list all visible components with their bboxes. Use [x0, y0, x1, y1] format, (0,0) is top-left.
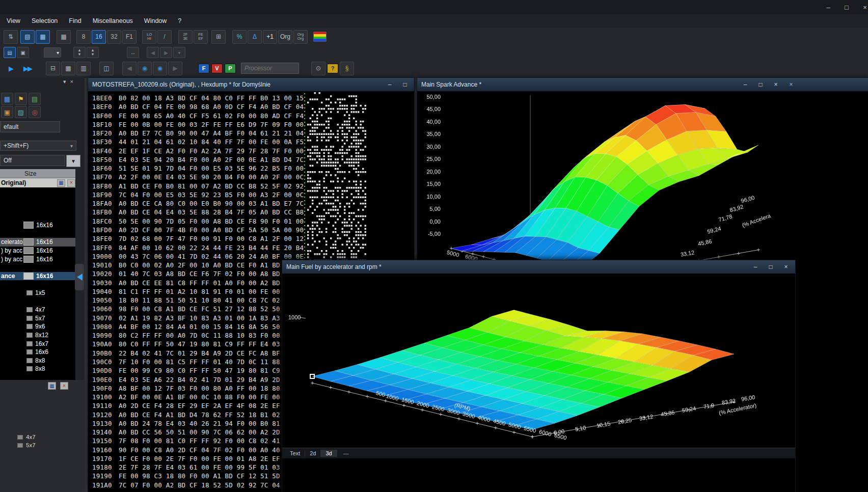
list-view-icon[interactable]: ▦: [57, 179, 65, 187]
map-item[interactable]: 5x7: [0, 314, 75, 323]
text-view-icon[interactable]: ▤: [20, 30, 35, 44]
folder-icon[interactable]: ▣: [1, 106, 13, 118]
hex-row[interactable]: 1907002 A1 19 82 A3 BF 10 83 A3 01 00 1A…: [88, 314, 304, 322]
lohi-button[interactable]: LO HI: [142, 30, 156, 44]
hex-row[interactable]: 18EF0A0 BD CF 04 FE 00 98 68 A0 0D CF F4…: [88, 102, 304, 111]
hex-row[interactable]: 19140A0 BD CC 56 50 51 00 90 7C 06 62 00…: [88, 428, 304, 436]
hex-row[interactable]: 1906098 F0 00 C8 A1 BD CE FC 51 27 12 88…: [88, 305, 304, 313]
hex-row[interactable]: 18FA0A0 BD CE CA 80 C0 00 E0 B0 90 00 03…: [88, 199, 304, 208]
close-button[interactable]: ×: [856, 0, 868, 14]
hex-row[interactable]: 18F80A1 BD CE F0 B0 81 00 07 A2 BD CC B8…: [88, 182, 304, 190]
map-item[interactable]: 16x7: [0, 339, 75, 348]
close-icon[interactable]: ×: [60, 382, 68, 390]
hex-row[interactable]: 190E0E4 03 5E A6 22 B4 02 41 7D 01 29 B4…: [88, 375, 304, 384]
maximize-button[interactable]: □: [764, 262, 778, 272]
tab-3d[interactable]: 3d: [321, 450, 337, 457]
hex-row[interactable]: 190B022 B4 02 41 7C 01 29 B4 A9 2D CE FC…: [88, 349, 304, 358]
map-item[interactable]: 1x5: [0, 289, 75, 297]
link-icon[interactable]: ▨: [15, 106, 27, 118]
hex-row[interactable]: 18EE0B0 82 00 18 A3 BD CF 04 80 C0 FF FF…: [88, 94, 304, 102]
flag-v-button[interactable]: V: [211, 64, 223, 73]
map-item[interactable]: 5x7: [17, 441, 36, 449]
map-item[interactable]: celerato16x16: [0, 238, 75, 247]
hex-row[interactable]: 19120A0 BD CE F4 A1 BD D4 78 62 FF 52 18…: [88, 411, 304, 419]
project-icon[interactable]: ▦: [1, 93, 13, 105]
new-window-button[interactable]: ◫: [99, 62, 114, 75]
key-icon[interactable]: §: [340, 62, 354, 75]
list-view-icon[interactable]: ▦: [48, 382, 56, 390]
menu-view[interactable]: View: [1, 14, 26, 28]
menu-miscellaneous[interactable]: Miscellaneous: [87, 14, 139, 28]
off-combo[interactable]: Off: [0, 155, 65, 166]
default-combo[interactable]: efault: [0, 121, 60, 132]
hex-row[interactable]: 18FC050 5E 00 90 7D 05 F0 00 A8 BD CE F8…: [88, 217, 304, 226]
map-item[interactable]: 16x6: [0, 348, 75, 357]
compare-a-button[interactable]: ◉: [138, 62, 152, 75]
plus-one-button[interactable]: +1: [263, 30, 277, 44]
view-b-icon[interactable]: ▣: [17, 47, 29, 58]
menu-find[interactable]: Find: [63, 14, 87, 28]
edge-close-icon[interactable]: ×: [784, 79, 798, 90]
hex-row[interactable]: 1905018 80 11 88 51 50 51 10 80 41 00 C8…: [88, 296, 304, 305]
hex-row[interactable]: 1902001 40 7C 03 A8 BD CE F6 7F 02 F0 00…: [88, 269, 304, 278]
nav-drop-icon[interactable]: ▾: [173, 47, 185, 58]
col-spinner[interactable]: ▲ ▼: [87, 47, 99, 58]
processor-input[interactable]: [241, 63, 299, 74]
search-icon[interactable]: ⊙: [311, 62, 326, 75]
org-feef-button[interactable]: FE EF: [194, 30, 208, 44]
map-item[interactable]: ) by acc16x16: [0, 255, 75, 263]
outline-button[interactable]: ⊟: [46, 62, 60, 75]
hex-row[interactable]: 191A07C 07 F0 00 A2 BD CF 18 52 5D 02 92…: [88, 481, 304, 489]
view-a-icon[interactable]: ▤: [4, 47, 16, 58]
hex-row[interactable]: 190A080 C0 FF FF 50 47 19 80 81 C9 FF FF…: [88, 340, 304, 348]
nav-right-icon[interactable]: ▶: [160, 47, 172, 58]
hex-row[interactable]: 18F20A0 BD E7 7C B0 90 00 47 A4 BF F0 04…: [88, 129, 304, 138]
run-button[interactable]: ▶: [4, 62, 18, 75]
tab-text[interactable]: Text: [285, 450, 305, 457]
hex-row[interactable]: 190C07F 10 F0 00 81 C5 FF FF 01 40 7D 0C…: [88, 358, 304, 366]
hex-row[interactable]: 18FB0A0 BD CE 04 E4 03 5E 88 28 B4 7F 05…: [88, 208, 304, 216]
version-row[interactable]: Original) ▦ ×: [0, 178, 75, 187]
table-edit-button[interactable]: ▥: [76, 62, 91, 75]
width-8-button[interactable]: 8: [76, 30, 91, 44]
hex-row[interactable]: 18FD0A0 2D CF 00 7F 4B F0 00 A0 BD CF 5A…: [88, 226, 304, 234]
layers-icon[interactable]: ▤: [29, 93, 41, 105]
close-panel-icon[interactable]: ×: [70, 78, 73, 85]
slash-button[interactable]: /: [157, 30, 172, 44]
hex-row[interactable]: 19030A0 BD CE EE 81 C8 FF FF 01 A0 F0 00…: [88, 279, 304, 287]
menu-window[interactable]: Window: [139, 14, 172, 28]
h-resize-icon[interactable]: ↔: [127, 47, 139, 58]
map-item[interactable]: 9x6: [0, 322, 75, 331]
hex-row[interactable]: 1904081 C1 FF FF 01 A2 10 81 91 F0 01 00…: [88, 287, 304, 296]
fuel-titlebar[interactable]: Main Fuel by accelerator and rpm * – □ ×: [282, 260, 795, 274]
hex-row[interactable]: 18F402E EF 1F CE A2 F0 F0 A2 2A 7F 29 7F…: [88, 147, 304, 155]
hex-row[interactable]: 18FF084 AF 00 10 62 00 22 24 44 FE 23 B4…: [88, 243, 304, 252]
hex-row[interactable]: 1909080 C2 FF FF 00 A0 7D 0C 11 88 10 83…: [88, 331, 304, 340]
pane-toggle-icon[interactable]: ⇅: [4, 30, 18, 44]
width-16-button[interactable]: 16: [92, 30, 106, 44]
map-item[interactable]: ) by acc16x16: [0, 247, 75, 255]
width-f1-button[interactable]: F1: [122, 30, 137, 44]
hex-row[interactable]: 190D0FE 00 99 C9 80 C0 FF FF 50 47 19 80…: [88, 366, 304, 375]
delta-button[interactable]: Δ: [248, 30, 262, 44]
nav-left-icon[interactable]: ◀: [147, 47, 159, 58]
hex-row[interactable]: 191802E 7F 28 7F E4 03 61 00 FE 00 99 5F…: [88, 463, 304, 472]
hex-row[interactable]: 19190FE 00 98 C3 18 80 F0 00 A1 BD CF 12…: [88, 472, 304, 480]
map-item[interactable]: 4x7: [17, 433, 36, 441]
hex-row[interactable]: 191701F CE F0 00 2E 7F F0 00 FE 00 01 A8…: [88, 454, 304, 463]
map-item[interactable]: 8x12: [0, 331, 75, 340]
hex-row[interactable]: 19100A2 BF 00 0E A1 BF 00 0C 10 88 F0 00…: [88, 393, 304, 401]
shortcut-combo[interactable]: +Shift+F) ▾: [0, 141, 76, 151]
hex-row[interactable]: 19080A4 BF 00 12 84 A4 01 00 15 84 16 8A…: [88, 322, 304, 331]
hex-row[interactable]: 190F0A8 BF 00 12 7F 03 F0 00 80 A0 FF 00…: [88, 384, 304, 393]
percent-button[interactable]: %: [232, 30, 247, 44]
map-item[interactable]: 8x8: [0, 365, 75, 373]
flag-p-button[interactable]: P: [225, 64, 236, 73]
org-org-button[interactable]: Org Org: [293, 30, 308, 44]
maximize-button[interactable]: □: [398, 79, 412, 90]
run-fast-button[interactable]: ▶▶: [19, 62, 36, 75]
hex-row[interactable]: 18FE07D 02 68 00 7F 47 F0 00 91 F0 00 C8…: [88, 234, 304, 243]
size-column-header[interactable]: Size: [0, 169, 75, 178]
tab-2d[interactable]: 2d: [305, 450, 321, 457]
scroll-indicator[interactable]: [75, 264, 84, 290]
